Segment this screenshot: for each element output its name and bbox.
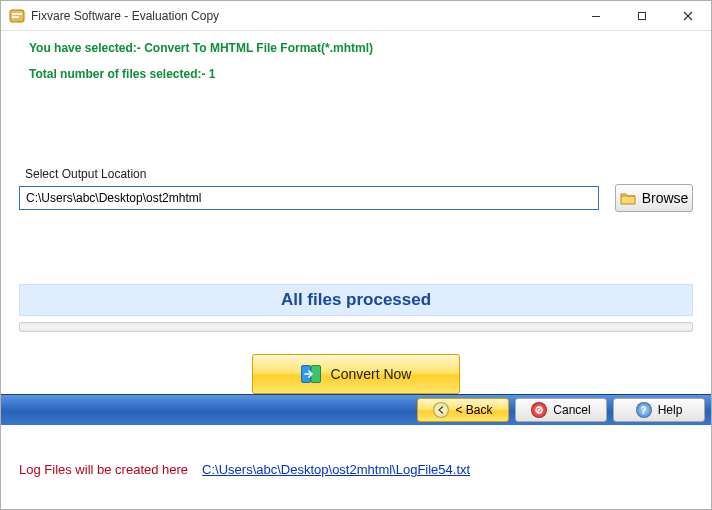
progress-bar [19,322,693,332]
help-button-label: Help [658,403,683,417]
status-section: All files processed [19,284,693,332]
svg-rect-1 [12,13,22,15]
folder-icon [620,191,636,205]
convert-now-button[interactable]: Convert Now [252,354,460,394]
help-icon: ? [636,402,652,418]
output-path-input[interactable] [19,186,599,210]
titlebar: Fixvare Software - Evaluation Copy [1,1,711,31]
back-button-label: < Back [455,403,492,417]
cancel-button[interactable]: Cancel [515,398,607,422]
cancel-icon [531,402,547,418]
log-file-link[interactable]: C:\Users\abc\Desktop\ost2mhtml\LogFile54… [202,462,470,477]
arrow-left-icon [433,402,449,418]
browse-button[interactable]: Browse [615,184,693,212]
footer-bar: < Back Cancel ? Help [1,394,711,425]
info-block: You have selected:- Convert To MHTML Fil… [1,31,711,97]
log-row: Log Files will be created here C:\Users\… [19,462,693,477]
svg-rect-2 [12,16,19,18]
browse-button-label: Browse [642,190,689,206]
help-button[interactable]: ? Help [613,398,705,422]
log-label: Log Files will be created here [19,462,188,477]
window-minimize-button[interactable] [573,1,619,31]
file-count-text: Total number of files selected:- 1 [29,67,689,81]
output-location-label: Select Output Location [25,167,693,181]
selected-format-text: You have selected:- Convert To MHTML Fil… [29,41,689,55]
convert-icon [301,365,321,383]
app-icon [9,8,25,24]
back-button[interactable]: < Back [417,398,509,422]
window-close-button[interactable] [665,1,711,31]
svg-rect-3 [592,16,600,17]
svg-rect-4 [639,12,646,19]
client-area: You have selected:- Convert To MHTML Fil… [1,31,711,509]
status-bar: All files processed [19,284,693,316]
window-maximize-button[interactable] [619,1,665,31]
cancel-button-label: Cancel [553,403,590,417]
window-title: Fixvare Software - Evaluation Copy [31,9,573,23]
convert-button-label: Convert Now [331,366,412,382]
status-text: All files processed [281,290,431,310]
output-location-section: Select Output Location Browse [1,167,711,212]
app-window: Fixvare Software - Evaluation Copy You h… [0,0,712,510]
